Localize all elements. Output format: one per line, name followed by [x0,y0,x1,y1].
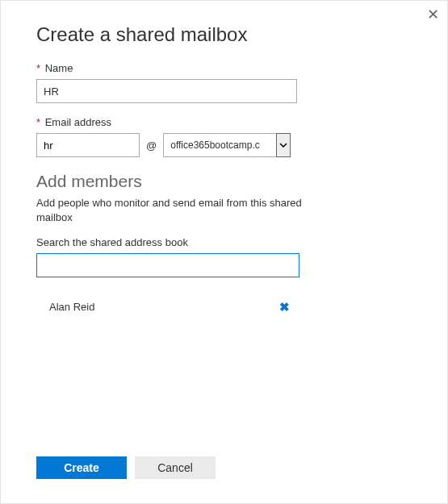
add-members-helper: Add people who monitor and send email fr… [36,196,311,225]
create-shared-mailbox-panel: Create a shared mailbox * Name * Email a… [1,1,447,316]
close-button[interactable]: ✕ [427,7,439,22]
cancel-button[interactable]: Cancel [135,456,216,479]
name-label: * Name [36,62,412,74]
required-indicator: * [36,116,40,128]
search-label: Search the shared address book [36,236,412,248]
email-label-text: Email address [45,116,111,128]
email-field-group: * Email address @ office365bootcamp.c [36,116,412,157]
member-name: Alan Reid [49,301,94,313]
member-list: Alan Reid ✖ [36,297,299,316]
email-domain-select[interactable]: office365bootcamp.c [163,133,291,157]
email-domain-text: office365bootcamp.c [163,133,276,157]
name-label-text: Name [45,62,73,74]
email-label: * Email address [36,116,412,128]
name-input[interactable] [36,79,297,103]
remove-member-button[interactable]: ✖ [279,301,290,313]
email-row: @ office365bootcamp.c [36,133,412,157]
name-field-group: * Name [36,62,412,103]
add-members-heading: Add members [36,172,412,191]
chevron-down-icon[interactable] [276,133,291,157]
member-row: Alan Reid ✖ [36,297,299,316]
at-symbol: @ [146,140,157,152]
footer-actions: Create Cancel [36,456,216,479]
email-local-input[interactable] [36,133,140,157]
remove-icon: ✖ [279,300,290,314]
create-button[interactable]: Create [36,456,127,479]
page-title: Create a shared mailbox [36,23,412,46]
required-indicator: * [36,62,40,74]
close-icon: ✕ [427,6,439,23]
member-search-input[interactable] [36,253,299,277]
